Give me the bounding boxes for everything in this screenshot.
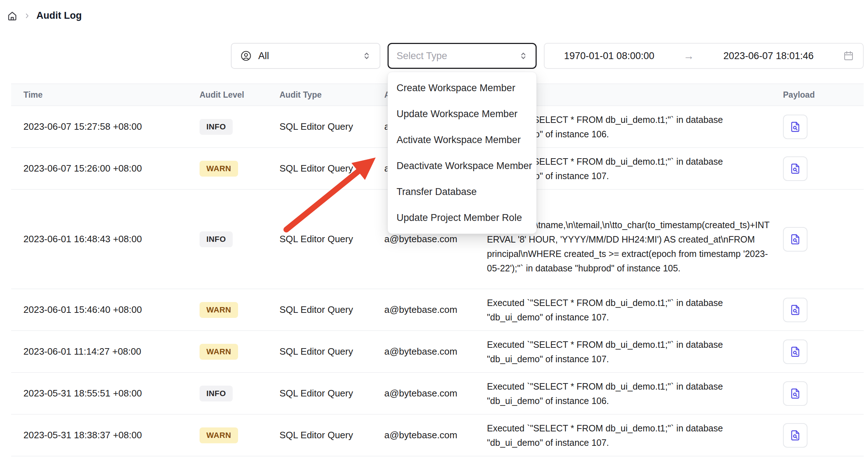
audit-level-badge: WARN <box>200 302 238 318</box>
row-audit-level: WARN <box>200 427 279 443</box>
header-audit-level: Audit Level <box>200 90 279 100</box>
row-audit-level: INFO <box>200 119 279 135</box>
row-audit-level: INFO <box>200 231 279 247</box>
type-select-dropdown: Create Workspace Member Update Workspace… <box>388 72 537 234</box>
header-payload: Payload <box>783 90 864 100</box>
row-time: 2023-06-01 11:14:27 +08:00 <box>11 346 200 357</box>
row-comment: Executed `"SELECT * FROM db_ui_demo.t1;"… <box>487 379 783 408</box>
table-row: 2023-06-01 11:14:27 +08:00 WARN SQL Edit… <box>11 331 864 373</box>
row-audit-level: WARN <box>200 302 279 318</box>
row-audit-type: SQL Editor Query <box>279 430 384 441</box>
dropdown-item-deactivate-workspace-member[interactable]: Deactivate Workspace Member <box>388 153 536 179</box>
file-search-icon <box>789 163 801 175</box>
file-search-icon <box>789 346 801 358</box>
payload-view-button[interactable] <box>783 381 807 406</box>
row-audit-type: SQL Editor Query <box>279 121 384 132</box>
row-actor: a@bytebase.com <box>384 388 487 399</box>
row-actor: a@bytebase.com <box>384 234 487 245</box>
row-comment: Executed `"SELECT * FROM db_ui_demo.t1;"… <box>487 421 783 450</box>
row-payload <box>783 298 864 322</box>
table-row: 2023-06-01 15:46:40 +08:00 WARN SQL Edit… <box>11 289 864 331</box>
row-time: 2023-06-07 15:27:58 +08:00 <box>11 121 200 132</box>
row-time: 2023-06-01 15:46:40 +08:00 <box>11 304 200 315</box>
header-audit-type: Audit Type <box>279 90 384 100</box>
audit-level-badge: INFO <box>200 119 233 135</box>
row-actor: a@bytebase.com <box>384 346 487 357</box>
row-payload <box>783 340 864 364</box>
row-actor: a@bytebase.com <box>384 304 487 315</box>
row-audit-type: SQL Editor Query <box>279 234 384 245</box>
dropdown-item-update-workspace-member[interactable]: Update Workspace Member <box>388 101 536 127</box>
row-audit-type: SQL Editor Query <box>279 346 384 357</box>
header-time: Time <box>11 90 200 100</box>
date-range-picker[interactable]: 1970-01-01 08:00:00 → 2023-06-07 18:01:4… <box>544 43 864 69</box>
page-title: Audit Log <box>36 10 82 21</box>
row-payload <box>783 156 864 181</box>
row-actor: a@bytebase.com <box>384 430 487 441</box>
payload-view-button[interactable] <box>783 298 807 322</box>
table-row: 2023-05-31 18:38:37 +08:00 WARN SQL Edit… <box>11 414 864 456</box>
calendar-icon[interactable] <box>843 50 854 62</box>
row-payload <box>783 227 864 252</box>
row-comment: Executed `"SELECT * FROM db_ui_demo.t1;"… <box>487 337 783 366</box>
payload-view-button[interactable] <box>783 156 807 181</box>
payload-view-button[interactable] <box>783 423 807 448</box>
row-audit-type: SQL Editor Query <box>279 304 384 315</box>
table-row: 2023-05-31 18:55:51 +08:00 INFO SQL Edit… <box>11 373 864 414</box>
home-icon[interactable] <box>7 10 18 21</box>
audit-log-page: Audit Log All Select Type 197 <box>0 0 868 457</box>
dropdown-item-update-project-member-role[interactable]: Update Project Member Role <box>388 205 536 231</box>
row-payload <box>783 423 864 448</box>
row-payload <box>783 115 864 139</box>
row-payload <box>783 381 864 406</box>
row-comment: Executed `"SELECT * FROM db_ui_demo.t1;"… <box>487 296 783 324</box>
payload-view-button[interactable] <box>783 340 807 364</box>
breadcrumb: Audit Log <box>7 10 82 21</box>
dropdown-item-transfer-database[interactable]: Transfer Database <box>388 179 536 205</box>
payload-view-button[interactable] <box>783 115 807 139</box>
file-search-icon <box>789 233 801 245</box>
file-search-icon <box>789 387 801 400</box>
actor-filter-select[interactable]: All <box>231 43 380 69</box>
chevron-right-icon <box>23 12 31 19</box>
audit-level-badge: WARN <box>200 427 238 443</box>
row-time: 2023-06-01 16:48:43 +08:00 <box>11 234 200 245</box>
file-search-icon <box>789 429 801 442</box>
row-audit-level: INFO <box>200 386 279 401</box>
type-filter-placeholder: Select Type <box>397 50 447 62</box>
up-down-chevron-icon <box>362 51 372 61</box>
row-time: 2023-06-07 15:26:00 +08:00 <box>11 163 200 174</box>
date-range-start: 1970-01-01 08:00:00 <box>564 50 654 62</box>
audit-level-badge: INFO <box>200 386 233 401</box>
type-filter-select[interactable]: Select Type <box>388 43 537 69</box>
payload-view-button[interactable] <box>783 227 807 252</box>
date-range-end: 2023-06-07 18:01:46 <box>723 50 814 62</box>
actor-filter-value: All <box>258 50 355 62</box>
file-search-icon <box>789 304 801 316</box>
audit-level-badge: INFO <box>200 231 233 247</box>
arrow-right-icon: → <box>684 50 694 62</box>
dropdown-item-activate-workspace-member[interactable]: Activate Workspace Member <box>388 127 536 153</box>
file-search-icon <box>789 121 801 133</box>
row-audit-type: SQL Editor Query <box>279 163 384 174</box>
audit-level-badge: WARN <box>200 161 238 177</box>
audit-level-badge: WARN <box>200 344 238 360</box>
up-down-chevron-icon <box>518 51 528 61</box>
row-audit-type: SQL Editor Query <box>279 388 384 399</box>
person-circle-icon <box>240 50 252 62</box>
dropdown-item-create-workspace-member[interactable]: Create Workspace Member <box>388 75 536 101</box>
row-audit-level: WARN <box>200 161 279 177</box>
row-audit-level: WARN <box>200 344 279 360</box>
row-time: 2023-05-31 18:38:37 +08:00 <box>11 430 200 441</box>
row-time: 2023-05-31 18:55:51 +08:00 <box>11 388 200 399</box>
